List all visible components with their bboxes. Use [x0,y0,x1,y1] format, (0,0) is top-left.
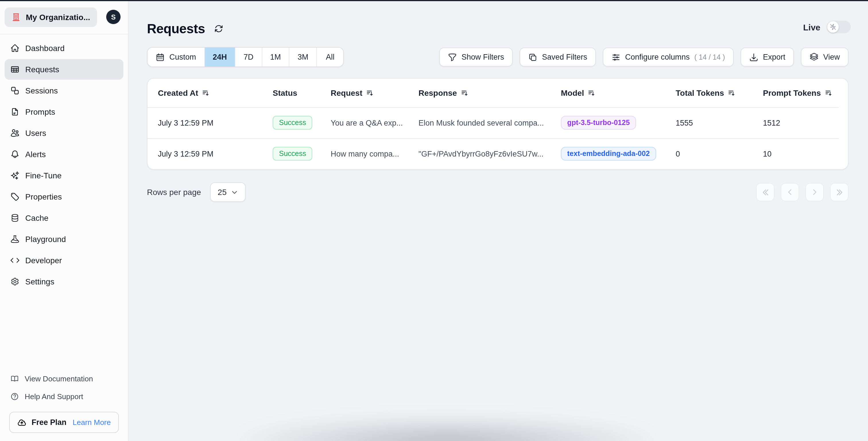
window-drop-shadow [220,416,673,441]
live-toggle-group: Live [803,21,851,33]
time-range-1m[interactable]: 1M [262,47,290,67]
beaker-icon [10,235,20,244]
layers-icon [809,53,818,62]
sidebar-item-developer[interactable]: Developer [5,250,123,271]
table-row[interactable]: July 3 12:59 PM Success You are a Q&A ex… [148,107,848,138]
rows-per-page-label: Rows per page [147,188,201,197]
status-badge: Success [273,147,313,161]
sort-icon[interactable] [588,89,596,97]
side-link-label: View Documentation [25,374,93,383]
sessions-icon [10,86,20,95]
time-range-3m[interactable]: 3M [290,47,317,67]
toolbar: Custom 24H 7D 1M 3M All Show Filters Sav… [147,47,848,67]
column-header-request[interactable]: Request [325,88,413,98]
sidebar-item-prompts[interactable]: Prompts [5,102,123,122]
cloud-upload-icon [17,418,26,427]
cell-request: You are a Q&A exp... [325,118,413,127]
saved-filters-button[interactable]: Saved Filters [520,47,596,67]
building-icon [11,12,21,22]
code-icon [10,256,20,265]
sort-icon[interactable] [203,89,210,97]
model-badge: text-embedding-ada-002 [561,147,656,161]
bolt-slash-icon [830,24,836,30]
button-label: Show Filters [462,53,504,61]
database-icon [10,213,20,223]
app-window: My Organizatio... S Dashboard Requests S… [0,0,868,441]
rows-per-page-value: 25 [218,188,226,197]
sidebar-item-label: Settings [25,277,54,286]
export-button[interactable]: Export [741,47,794,67]
sidebar-item-properties[interactable]: Properties [5,186,123,207]
pagination-controls [756,183,848,201]
view-button[interactable]: View [801,47,848,67]
column-label: Response [418,88,457,98]
bell-icon [10,150,20,159]
column-label: Model [561,88,584,98]
cell-total-tokens: 1555 [670,118,757,127]
sidebar-item-requests[interactable]: Requests [5,59,123,80]
sidebar-item-settings[interactable]: Settings [5,271,123,292]
rows-per-page-group: Rows per page 25 [147,182,246,202]
sidebar-item-label: Playground [25,235,66,244]
page-header: Requests [147,19,848,39]
previous-page-button[interactable] [781,183,799,201]
cell-status: Success [267,116,325,130]
table-row[interactable]: July 3 12:59 PM Success How many compa..… [148,138,848,169]
requests-table: Created At Status Request Response Model [147,78,848,170]
learn-more-link[interactable]: Learn More [73,418,111,427]
view-documentation-link[interactable]: View Documentation [0,370,128,388]
status-badge: Success [273,116,313,130]
sort-icon[interactable] [825,89,832,97]
chevron-double-right-icon [835,188,844,196]
free-plan-card[interactable]: Free Plan Learn More [9,412,119,433]
time-range-label: 7D [244,53,254,61]
sort-icon[interactable] [461,89,468,97]
time-range-7d[interactable]: 7D [236,47,262,67]
button-label: Configure columns [625,53,690,61]
sidebar-item-label: Dashboard [25,43,65,53]
column-header-response[interactable]: Response [413,88,555,98]
column-header-model[interactable]: Model [555,88,670,98]
cell-model: text-embedding-ada-002 [555,147,670,161]
time-range-24h[interactable]: 24H [205,47,236,67]
time-range-label: 24H [213,53,227,61]
time-range-custom[interactable]: Custom [148,47,205,67]
sidebar-item-playground[interactable]: Playground [5,229,123,249]
sidebar-item-fine-tune[interactable]: Fine-Tune [5,165,123,186]
time-range-all[interactable]: All [317,47,343,67]
sidebar-item-users[interactable]: Users [5,123,123,143]
column-label: Prompt Tokens [763,88,821,98]
avatar-initial: S [111,13,116,21]
time-range-label: All [326,53,334,61]
main-content: Requests Live Custom 24H 7D 1M [129,0,868,441]
tag-icon [10,192,20,201]
sidebar-item-label: Properties [25,192,62,201]
rows-per-page-select[interactable]: 25 [210,182,245,202]
chevron-down-icon [231,189,238,196]
cell-total-tokens: 0 [670,149,757,158]
last-page-button[interactable] [830,183,848,201]
sidebar-item-cache[interactable]: Cache [5,208,123,228]
configure-columns-button[interactable]: Configure columns ( 14 / 14 ) [603,47,734,67]
column-header-total-tokens[interactable]: Total Tokens [670,88,757,98]
sort-icon[interactable] [728,89,736,97]
sidebar-header: My Organizatio... S [0,0,128,34]
sidebar-item-alerts[interactable]: Alerts [5,144,123,165]
refresh-button[interactable] [214,24,223,33]
column-label: Request [331,88,362,98]
sort-icon[interactable] [366,89,374,97]
sidebar-item-sessions[interactable]: Sessions [5,80,123,101]
calendar-icon [156,53,165,62]
next-page-button[interactable] [805,183,824,201]
org-selector[interactable]: My Organizatio... [5,7,97,27]
help-icon [10,392,19,401]
sidebar-item-dashboard[interactable]: Dashboard [5,38,123,59]
column-header-prompt-tokens[interactable]: Prompt Tokens [757,88,848,98]
help-and-support-link[interactable]: Help And Support [0,388,128,405]
avatar[interactable]: S [106,10,121,24]
show-filters-button[interactable]: Show Filters [439,47,513,67]
live-toggle[interactable] [827,21,851,33]
column-header-created-at[interactable]: Created At [148,88,267,98]
sidebar-item-label: Prompts [25,107,55,116]
first-page-button[interactable] [756,183,774,201]
